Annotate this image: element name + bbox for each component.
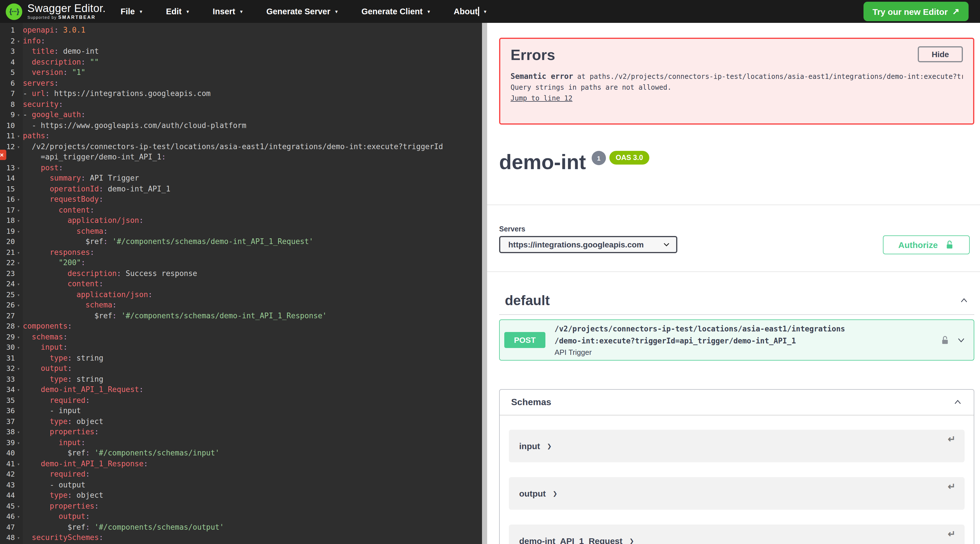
code-line[interactable]: 29▾ schemas: [0,332,487,342]
code-line[interactable]: 32▾ output: [0,364,487,374]
code-line[interactable]: 1openapi: 3.0.1 [0,25,487,36]
code-line[interactable]: 40 $ref: '#/components/schemas/input' [0,448,487,459]
fold-caret-icon[interactable]: ▾ [15,501,23,511]
fold-caret-icon[interactable]: ▾ [15,226,23,236]
code-line[interactable]: 19▾ schema: [0,226,487,236]
error-annotation-icon[interactable]: × [0,150,6,160]
code-line[interactable]: 30▾ input: [0,342,487,353]
menu-generate-client[interactable]: Generate Client▼ [361,7,431,16]
code-line[interactable]: 14 summary: API Trigger [0,173,487,184]
code-line[interactable]: 21▾ responses: [0,247,487,258]
editor-scrollbar[interactable] [482,23,487,544]
code-line[interactable]: 41▾ demo-int_API_1_Response: [0,459,487,469]
tag-default-header[interactable]: default [499,287,974,315]
code-line[interactable]: 37 type: object [0,416,487,427]
schema-row-output[interactable]: output❯↵ [509,477,964,510]
chevron-right-icon[interactable]: ❯ [629,538,634,544]
fold-caret-icon[interactable]: ▾ [15,205,23,215]
code-line[interactable]: 31 type: string [0,353,487,364]
fold-caret-icon[interactable]: ▾ [15,437,23,448]
code-line[interactable]: 35 required: [0,395,487,406]
fold-caret-icon[interactable]: ▾ [15,289,23,300]
schema-row-input[interactable]: input❯↵ [509,430,964,462]
code-line[interactable]: 18▾ application/json: [0,215,487,226]
fold-caret-icon[interactable]: ▾ [15,342,23,353]
yaml-editor[interactable]: 1openapi: 3.0.12▾info:3 title: demo-int4… [0,23,487,544]
menu-insert[interactable]: Insert▼ [213,7,243,16]
fold-caret-icon[interactable]: ▾ [15,533,23,543]
code-line[interactable]: 10 - https://www.googleapis.com/auth/clo… [0,120,487,131]
jump-to-line-link[interactable]: Jump to line 12 [511,94,573,102]
code-line[interactable]: 39▾ input: [0,437,487,448]
menu-file[interactable]: File▼ [121,7,143,16]
fold-caret-icon[interactable]: ▾ [15,459,23,469]
code-line[interactable]: 22▾ "200": [0,258,487,268]
fold-caret-icon[interactable]: ▾ [15,215,23,226]
code-line[interactable]: 6servers: [0,78,487,89]
code-line[interactable]: 46▾ output: [0,511,487,522]
code-line[interactable]: 47 $ref: '#/components/schemas/output' [0,522,487,533]
code-line[interactable]: 23 description: Success response [0,268,487,279]
code-line[interactable]: 12▾ /v2/projects/connectors-ip-test/loca… [0,142,487,152]
swagger-editor-logo[interactable]: {···} Swagger Editor. Supported by SMART… [6,3,106,20]
fold-caret-icon[interactable]: ▾ [15,321,23,332]
code-line[interactable]: 45▾ properties: [0,501,487,511]
code-line[interactable]: 20 $ref: '#/components/schemas/demo-int_… [0,236,487,247]
hide-errors-button[interactable]: Hide [918,46,963,62]
schemas-header[interactable]: Schemas [500,390,974,415]
fold-caret-icon[interactable]: ▾ [15,36,23,46]
code-line[interactable]: 11▾paths: [0,131,487,142]
code-line[interactable]: 48▾ securitySchemes: [0,533,487,543]
servers-select[interactable]: https://integrations.googleapis.com [499,236,677,253]
code-line[interactable]: 28▾components: [0,321,487,332]
fold-caret-icon[interactable]: ▾ [15,332,23,342]
fold-caret-icon[interactable]: ▾ [15,511,23,522]
chevron-right-icon[interactable]: ❯ [552,490,557,496]
chevron-right-icon[interactable]: ❯ [547,443,552,449]
code-line[interactable]: 44 type: object [0,490,487,501]
scrollbar-thumb[interactable] [482,23,487,544]
code-line[interactable]: 3 title: demo-int [0,46,487,57]
code-line[interactable]: 33 type: string [0,374,487,384]
code-line[interactable]: 38▾ properties: [0,427,487,437]
fold-caret-icon[interactable]: ▾ [15,110,23,120]
try-new-editor-button[interactable]: Try our new Editor ↗ [863,2,969,21]
code-line[interactable]: 4 description: "" [0,57,487,67]
fold-caret-icon[interactable]: ▾ [15,142,23,152]
code-line[interactable]: 9▾- google_auth: [0,110,487,120]
code-line[interactable]: 17▾ content: [0,205,487,215]
fold-caret-icon[interactable]: ▾ [15,131,23,142]
code-line[interactable]: 5 version: "1" [0,67,487,78]
code-line[interactable]: 7- url: https://integrations.googleapis.… [0,89,487,99]
menu-edit[interactable]: Edit▼ [166,7,190,16]
code-line[interactable]: 36 - input [0,406,487,416]
chevron-down-icon[interactable] [956,335,966,345]
fold-caret-icon[interactable]: ▾ [15,300,23,311]
code-line[interactable]: 2▾info: [0,36,487,46]
authorize-button[interactable]: Authorize [883,235,970,254]
code-line[interactable]: 24▾ content: [0,279,487,289]
fold-caret-icon[interactable]: ▾ [15,163,23,173]
code-line[interactable]: 13▾ post: [0,163,487,173]
code-line[interactable]: 43 - output [0,480,487,490]
fold-caret-icon[interactable]: ▾ [15,427,23,437]
fold-caret-icon[interactable]: ▾ [15,247,23,258]
code-line[interactable]: 16▾ requestBody: [0,194,487,205]
fold-caret-icon[interactable]: ▾ [15,364,23,374]
code-line[interactable]: =api_trigger/demo-int_API_1: [0,152,487,163]
code-line[interactable]: 34▾ demo-int_API_1_Request: [0,384,487,395]
fold-caret-icon[interactable]: ▾ [15,258,23,268]
code-line[interactable]: 25▾ application/json: [0,289,487,300]
fold-caret-icon[interactable]: ▾ [15,279,23,289]
chevron-up-icon[interactable] [953,398,962,407]
schema-row-demo-int_API_1_Request[interactable]: demo-int_API_1_Request❯↵ [509,525,964,544]
fold-caret-icon[interactable]: ▾ [15,194,23,205]
code-line[interactable]: 27 $ref: '#/components/schemas/demo-int_… [0,311,487,321]
code-line[interactable]: 26▾ schema: [0,300,487,311]
menu-about[interactable]: About▼ [454,7,487,16]
post-operation-block[interactable]: POST /v2/projects/connectors-ip-test/loc… [499,319,974,361]
code-line[interactable]: 8security: [0,99,487,110]
code-line[interactable]: 42 required: [0,469,487,480]
unlock-icon[interactable] [940,335,950,345]
chevron-up-icon[interactable] [959,296,969,305]
